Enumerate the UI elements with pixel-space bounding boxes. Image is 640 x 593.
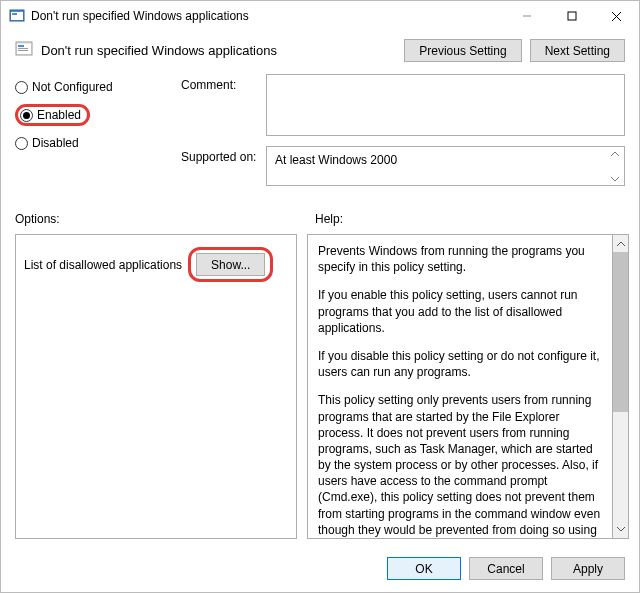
svg-rect-2 xyxy=(12,13,17,15)
help-paragraph: This policy setting only prevents users … xyxy=(318,392,602,539)
next-setting-button[interactable]: Next Setting xyxy=(530,39,625,62)
cancel-label: Cancel xyxy=(487,562,524,576)
apply-button[interactable]: Apply xyxy=(551,557,625,580)
body-area: List of disallowed applications Show... … xyxy=(1,232,639,549)
help-paragraph: If you disable this policy setting or do… xyxy=(318,348,602,380)
previous-setting-label: Previous Setting xyxy=(419,44,506,58)
policy-icon xyxy=(15,40,33,61)
help-panel-wrap: Prevents Windows from running the progra… xyxy=(307,234,629,539)
supported-on-label: Supported on: xyxy=(181,146,266,164)
options-panel: List of disallowed applications Show... xyxy=(15,234,297,539)
show-button-label: Show... xyxy=(211,258,250,272)
radio-label: Not Configured xyxy=(32,80,113,94)
help-panel: Prevents Windows from running the progra… xyxy=(307,234,612,539)
scroll-up-icon[interactable] xyxy=(613,235,628,252)
ok-button[interactable]: OK xyxy=(387,557,461,580)
radio-icon xyxy=(15,137,28,150)
comment-label: Comment: xyxy=(181,74,266,92)
svg-rect-9 xyxy=(18,45,24,47)
radio-label: Disabled xyxy=(32,136,79,150)
supported-on-value: At least Windows 2000 xyxy=(275,153,397,167)
help-heading: Help: xyxy=(315,212,343,226)
subheader: Don't run specified Windows applications… xyxy=(1,31,639,68)
section-labels: Options: Help: xyxy=(1,196,639,232)
supported-on-box: At least Windows 2000 xyxy=(266,146,625,186)
app-icon xyxy=(9,8,25,24)
help-paragraph: If you enable this policy setting, users… xyxy=(318,287,602,336)
minimize-button[interactable] xyxy=(504,1,549,31)
window-controls xyxy=(504,1,639,31)
window-title: Don't run specified Windows applications xyxy=(31,9,504,23)
radio-not-configured[interactable]: Not Configured xyxy=(15,80,165,94)
options-heading: Options: xyxy=(15,212,315,226)
config-area: Not Configured Enabled Disabled Comment:… xyxy=(1,68,639,196)
scroll-down-icon[interactable] xyxy=(610,175,620,183)
scroll-down-icon[interactable] xyxy=(613,521,628,538)
help-paragraph: Prevents Windows from running the progra… xyxy=(318,243,602,275)
maximize-button[interactable] xyxy=(549,1,594,31)
cancel-button[interactable]: Cancel xyxy=(469,557,543,580)
previous-setting-button[interactable]: Previous Setting xyxy=(404,39,521,62)
apply-label: Apply xyxy=(573,562,603,576)
comment-textarea[interactable] xyxy=(266,74,625,136)
svg-rect-10 xyxy=(18,48,28,49)
radio-enabled[interactable]: Enabled xyxy=(20,108,81,122)
dialog-footer: OK Cancel Apply xyxy=(1,549,639,592)
scroll-up-icon[interactable] xyxy=(610,149,620,157)
radio-icon xyxy=(20,109,33,122)
show-button[interactable]: Show... xyxy=(196,253,265,276)
radio-label: Enabled xyxy=(37,108,81,122)
radio-disabled[interactable]: Disabled xyxy=(15,136,165,150)
ok-label: OK xyxy=(415,562,432,576)
radio-icon xyxy=(15,81,28,94)
svg-rect-4 xyxy=(568,12,576,20)
state-radio-group: Not Configured Enabled Disabled xyxy=(15,74,165,196)
next-setting-label: Next Setting xyxy=(545,44,610,58)
dialog-window: Don't run specified Windows applications xyxy=(0,0,640,593)
svg-rect-11 xyxy=(18,50,28,51)
policy-title: Don't run specified Windows applications xyxy=(41,43,277,58)
titlebar: Don't run specified Windows applications xyxy=(1,1,639,31)
help-scrollbar[interactable] xyxy=(612,234,629,539)
close-button[interactable] xyxy=(594,1,639,31)
disallowed-list-label: List of disallowed applications xyxy=(24,258,182,272)
scroll-thumb[interactable] xyxy=(613,252,628,412)
